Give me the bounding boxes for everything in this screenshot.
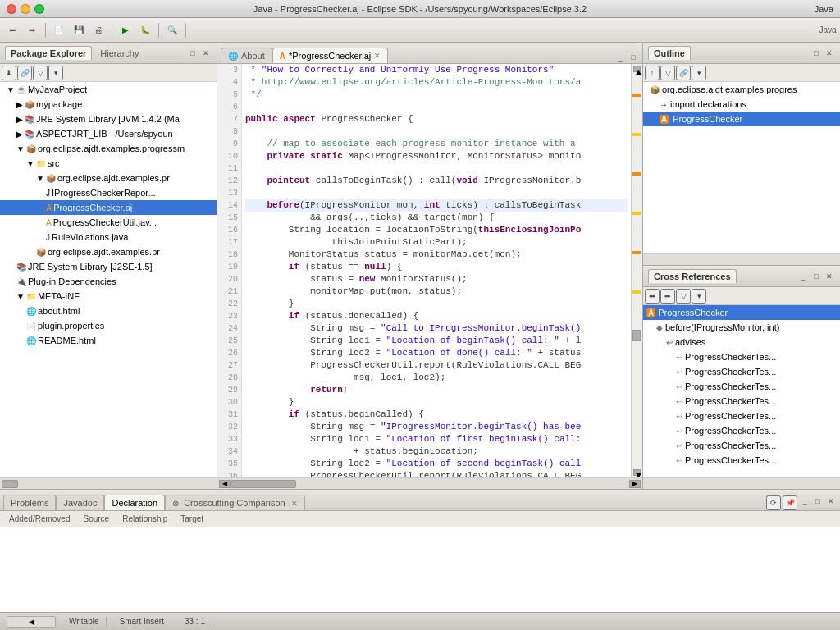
tree-item-plugindep[interactable]: 🔌 Plug-in Dependencies bbox=[0, 274, 217, 289]
cross-ref-maximize-icon[interactable]: □ bbox=[810, 271, 822, 282]
cr-back-button[interactable]: ⬅ bbox=[645, 289, 660, 304]
tree-item-mypackage[interactable]: ▶ 📦 mypackage bbox=[0, 97, 217, 112]
run-button[interactable]: ▶ bbox=[116, 21, 135, 39]
outline-minimize-icon[interactable]: _ bbox=[797, 48, 809, 59]
outline-tree[interactable]: 📦 org.eclipse.ajdt.examples.progres → im… bbox=[643, 82, 840, 253]
cr-menu-button[interactable]: ▾ bbox=[692, 289, 706, 304]
scroll-track[interactable] bbox=[632, 74, 642, 468]
cr-item-ref4[interactable]: ↩ ProgressCheckerTes... bbox=[643, 394, 840, 409]
save-button[interactable]: 💾 bbox=[70, 21, 88, 39]
cross-ref-tree[interactable]: A ProgressChecker ◆ before(IProgressMoni… bbox=[643, 305, 840, 477]
scroll-hthumb[interactable] bbox=[231, 480, 296, 488]
outline-maximize-icon[interactable]: □ bbox=[810, 48, 822, 59]
tree-item-metainf[interactable]: ▼ 📁 META-INF bbox=[0, 289, 217, 304]
tab-about[interactable]: 🌐 About bbox=[221, 48, 272, 63]
minimize-button[interactable] bbox=[21, 4, 30, 14]
outline-filter-button[interactable]: ▽ bbox=[660, 66, 675, 80]
tree-item-ProgressChecker[interactable]: A ProgressChecker.aj bbox=[0, 200, 217, 215]
outline-sort-button[interactable]: ↕ bbox=[645, 66, 660, 80]
tree-item-pluginprop[interactable]: 📄 plugin.properties bbox=[0, 318, 217, 333]
tab-progresschecker[interactable]: A *ProgressChecker.aj ✕ bbox=[272, 48, 389, 63]
perspective-button[interactable]: Java bbox=[819, 21, 837, 39]
tree-item-orgeclipse[interactable]: ▼ 📦 org.eclipse.ajdt.examples.progressm bbox=[0, 141, 217, 156]
search-button[interactable]: 🔍 bbox=[163, 21, 181, 39]
cr-item-ref8[interactable]: ↩ ProgressCheckerTes... bbox=[643, 453, 840, 468]
outline-menu-button[interactable]: ▾ bbox=[692, 66, 706, 80]
status-scroll-left[interactable]: ◀ bbox=[7, 616, 56, 628]
tab-outline[interactable]: Outline bbox=[648, 46, 691, 60]
tab-cross-references[interactable]: Cross References bbox=[648, 269, 737, 283]
tree-item-IProgressChecker[interactable]: J IProgressCheckerRepor... bbox=[0, 185, 217, 200]
tree-item-ProgressCheckerUtil[interactable]: A ProgressCheckerUtil.jav... bbox=[0, 215, 217, 230]
forward-button[interactable]: ➡ bbox=[23, 21, 41, 39]
outline-close-icon[interactable]: ✕ bbox=[824, 48, 835, 59]
tree-item-orgpkg3[interactable]: 📦 org.eclipse.ajdt.examples.pr bbox=[0, 244, 217, 259]
editor-horizontal-scrollbar[interactable]: ◀ ▶ bbox=[217, 477, 642, 489]
cr-item-advises[interactable]: ↩ advises bbox=[643, 335, 840, 349]
tab-javadoc[interactable]: Javadoc bbox=[56, 495, 104, 510]
tab-hierarchy[interactable]: Hierarchy bbox=[95, 47, 144, 60]
outline-scrollbar[interactable] bbox=[643, 253, 840, 265]
outline-item-ProgressChecker[interactable]: A ProgressChecker bbox=[643, 112, 840, 126]
scroll-down-arrow[interactable]: ▼ bbox=[633, 469, 641, 476]
cr-forward-button[interactable]: ➡ bbox=[660, 289, 675, 304]
cr-item-ref5[interactable]: ↩ ProgressCheckerTes... bbox=[643, 409, 840, 423]
print-button[interactable]: 🖨 bbox=[89, 21, 107, 39]
bottom-close-icon[interactable]: ✕ bbox=[825, 495, 837, 507]
editor-maximize-icon[interactable]: □ bbox=[628, 52, 639, 63]
subtab-relationship[interactable]: Relationship bbox=[116, 512, 173, 526]
new-button[interactable]: 📄 bbox=[50, 21, 68, 39]
bottom-pin-button[interactable]: 📌 bbox=[783, 495, 797, 510]
cr-item-ref7[interactable]: ↩ ProgressCheckerTes... bbox=[643, 438, 840, 453]
scroll-right-arrow[interactable]: ▶ bbox=[629, 480, 641, 488]
tab-package-explorer[interactable]: Package Explorer bbox=[5, 46, 92, 60]
editor-vertical-scrollbar[interactable]: ▲ ▼ bbox=[631, 64, 642, 477]
collapse-all-button[interactable]: ⬇ bbox=[2, 66, 16, 80]
cross-ref-minimize-icon[interactable]: _ bbox=[797, 271, 809, 282]
tree-item-orgpkg2[interactable]: ▼ 📦 org.eclipse.ajdt.examples.pr bbox=[0, 171, 217, 185]
subtab-source[interactable]: Source bbox=[78, 512, 116, 526]
scroll-htrack[interactable] bbox=[231, 480, 629, 488]
editor-minimize-icon[interactable]: _ bbox=[614, 52, 626, 63]
tab-crosscutting[interactable]: ⊗ Crosscutting Comparison ✕ bbox=[165, 495, 305, 510]
tree-item-src[interactable]: ▼ 📁 src bbox=[0, 156, 217, 171]
close-panel-icon[interactable]: ✕ bbox=[200, 48, 212, 59]
package-explorer-tree[interactable]: ▼ ☕ MyJavaProject ▶ 📦 mypackage ▶ 📚 JRE … bbox=[0, 82, 217, 477]
maximize-button[interactable] bbox=[34, 4, 44, 14]
tab-close-icon[interactable]: ✕ bbox=[374, 52, 381, 60]
cr-item-ref3[interactable]: ↩ ProgressCheckerTes... bbox=[643, 379, 840, 394]
minimize-panel-icon[interactable]: _ bbox=[174, 48, 185, 59]
cross-ref-close-icon[interactable]: ✕ bbox=[824, 271, 835, 282]
cr-item-ref2[interactable]: ↩ ProgressCheckerTes... bbox=[643, 364, 840, 379]
scroll-left-arrow[interactable]: ◀ bbox=[219, 480, 231, 488]
code-content-area[interactable]: 3 4 5 6 7 8 9 10 11 12 13 14 15 bbox=[217, 64, 631, 477]
view-menu-button[interactable]: ▾ bbox=[48, 66, 63, 80]
outline-item-imports[interactable]: → import declarations bbox=[643, 97, 840, 112]
scroll-thumb[interactable] bbox=[632, 330, 641, 341]
tab-declaration[interactable]: Declaration bbox=[104, 495, 165, 510]
left-scroll-thumb[interactable] bbox=[2, 480, 18, 488]
tree-item-jre2[interactable]: 📚 JRE System Library [J2SE-1.5] bbox=[0, 259, 217, 274]
tree-item-aspectjrt[interactable]: ▶ 📚 ASPECTJRT_LIB - /Users/spyoun bbox=[0, 126, 217, 141]
crosscutting-tab-close[interactable]: ✕ bbox=[291, 500, 298, 508]
cr-item-before[interactable]: ◆ before(IProgressMonitor, int) bbox=[643, 320, 840, 335]
scroll-up-arrow[interactable]: ▲ bbox=[633, 66, 641, 72]
maximize-panel-icon[interactable]: □ bbox=[187, 48, 199, 59]
cross-ref-scrollbar[interactable] bbox=[643, 477, 840, 489]
link-editor-button[interactable]: 🔗 bbox=[17, 66, 32, 80]
cr-item-ref1[interactable]: ↩ ProgressCheckerTes... bbox=[643, 349, 840, 364]
left-scrollbar[interactable] bbox=[0, 477, 217, 489]
cr-item-ref6[interactable]: ↩ ProgressCheckerTes... bbox=[643, 423, 840, 438]
close-button[interactable] bbox=[7, 4, 16, 14]
tree-item-readmehtml[interactable]: 🌐 README.html bbox=[0, 333, 217, 348]
bottom-minimize-icon[interactable]: _ bbox=[799, 495, 810, 507]
debug-button[interactable]: 🐛 bbox=[136, 21, 154, 39]
outline-item-org[interactable]: 📦 org.eclipse.ajdt.examples.progres bbox=[643, 82, 840, 97]
window-controls[interactable] bbox=[7, 4, 44, 14]
cr-item-ProgressChecker[interactable]: A ProgressChecker bbox=[643, 305, 840, 320]
tree-item-myJavaProject[interactable]: ▼ ☕ MyJavaProject bbox=[0, 82, 217, 97]
tree-item-RuleViolations[interactable]: J RuleViolations.java bbox=[0, 230, 217, 244]
outline-sync-button[interactable]: 🔗 bbox=[676, 66, 691, 80]
cr-filter-button[interactable]: ▽ bbox=[676, 289, 691, 304]
tab-problems[interactable]: Problems bbox=[3, 495, 56, 510]
